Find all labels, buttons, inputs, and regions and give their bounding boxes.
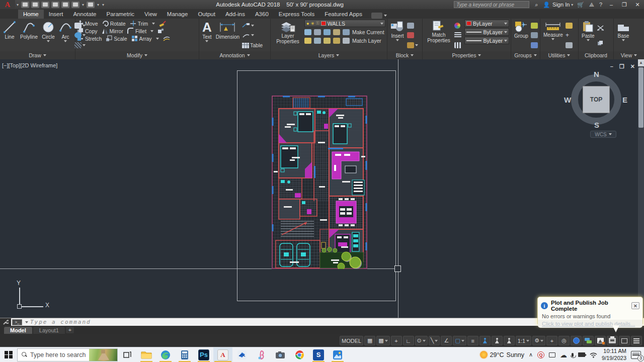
cut-scissors-icon[interactable] — [597, 25, 604, 31]
rectangle-icon[interactable] — [74, 23, 82, 29]
qat-customize-caret-icon[interactable]: ▾ — [102, 3, 104, 7]
lineweight-list-icon[interactable] — [454, 32, 461, 38]
annotation-scale-person[interactable] — [504, 336, 515, 345]
workspace-switching[interactable]: ⚙ — [532, 336, 545, 345]
group-edit-icon[interactable] — [531, 32, 538, 38]
taskbar-pink-app[interactable] — [252, 347, 271, 362]
create-block-icon[interactable] — [407, 23, 414, 29]
object-snap-tracking-toggle[interactable]: ∠ — [441, 336, 452, 345]
notification-details-link[interactable]: Click to view plot and publish details..… — [538, 320, 642, 328]
redo-icon[interactable] — [87, 2, 95, 8]
panel-label-groups[interactable]: Groups — [511, 51, 540, 59]
viewcube-south[interactable]: S — [594, 121, 599, 129]
fillet-caret-icon[interactable] — [150, 30, 153, 32]
panel-label-clipboard[interactable]: Clipboard — [579, 51, 613, 59]
layer-isolate-icon[interactable] — [314, 29, 321, 35]
autocad-logo-icon[interactable]: A — [0, 0, 15, 9]
window-maximize-button[interactable]: ❐ — [618, 1, 631, 9]
tab-annotate[interactable]: Annotate — [68, 10, 101, 19]
tray-q-icon[interactable]: Q — [537, 351, 544, 358]
tray-chevron-icon[interactable]: ∧ — [529, 351, 533, 358]
tab-manage[interactable]: Manage — [162, 10, 193, 19]
tray-display-icon[interactable] — [549, 352, 555, 357]
measure-caret-icon[interactable] — [551, 38, 554, 40]
drawing-canvas[interactable]: [−][Top][2D Wireframe] – ❐ ✕ — [0, 59, 644, 318]
viewcube[interactable]: N W E S TOP — [569, 72, 624, 127]
redo-caret-icon[interactable]: ▾ — [97, 3, 99, 7]
line-button[interactable]: Line — [2, 20, 18, 51]
panel-label-block[interactable]: Block — [387, 51, 422, 59]
group-button[interactable]: Group — [513, 20, 530, 51]
layer-properties-button[interactable]: Layer Properties — [272, 20, 303, 51]
multileader-caret-icon[interactable] — [251, 25, 254, 27]
annotation-visibility-toggle[interactable] — [479, 336, 491, 345]
tab-view[interactable]: View — [139, 10, 162, 19]
make-current-icon[interactable] — [343, 29, 350, 35]
new-file-icon[interactable] — [21, 2, 29, 8]
search-binoculars-icon[interactable]: ⌕ — [535, 2, 538, 8]
object-color-dropdown[interactable]: ByLayer — [464, 20, 509, 27]
match-layer-button[interactable]: Match Layer — [352, 38, 381, 44]
tray-wifi-icon[interactable] — [590, 352, 597, 358]
paste-caret-icon[interactable] — [587, 39, 590, 41]
search-highlight-image[interactable] — [89, 349, 117, 361]
window-close-button[interactable]: ✕ — [631, 1, 644, 9]
paste-button[interactable]: Paste — [580, 20, 596, 51]
window-minimize-button[interactable]: – — [605, 1, 618, 9]
drawing-minimize-button[interactable]: – — [610, 63, 613, 70]
mirror-button[interactable]: Mirror — [102, 28, 123, 34]
attribute-caret-icon[interactable] — [415, 44, 418, 46]
notification-close-button[interactable]: ✕ — [631, 302, 639, 309]
action-center-button[interactable]: 3 — [631, 351, 641, 359]
viewcube-top-face[interactable]: TOP — [583, 86, 610, 113]
autoscale-toggle[interactable] — [492, 336, 503, 345]
taskbar-photoshop[interactable]: Ps — [194, 347, 213, 362]
explode-icon[interactable] — [157, 28, 165, 34]
leader-caret-icon[interactable] — [251, 34, 254, 36]
panel-label-properties[interactable]: Properties — [423, 51, 511, 59]
rotate-button[interactable]: Rotate — [102, 20, 126, 27]
signin-caret-icon[interactable]: ▾ — [571, 3, 573, 7]
match-properties-button[interactable]: Match Properties — [424, 20, 453, 51]
circle-caret-icon[interactable] — [47, 40, 50, 42]
drawing-restore-button[interactable]: ❐ — [619, 63, 624, 70]
grid-toggle[interactable]: ▦ — [364, 336, 375, 345]
layer-unlock-icon[interactable] — [333, 38, 340, 44]
quick-calc-icon[interactable] — [566, 42, 573, 48]
scrollbar-thumb[interactable] — [638, 67, 643, 128]
tab-output[interactable]: Output — [193, 10, 220, 19]
text-button[interactable]: A Text — [201, 20, 213, 51]
panel-label-layers[interactable]: Layers — [271, 51, 387, 59]
panel-label-annotation[interactable]: Annotation — [199, 51, 270, 59]
leader-arc-icon[interactable] — [242, 33, 250, 38]
scale-button[interactable]: Scale — [106, 35, 127, 42]
tray-clock[interactable]: 10:11 AM 9/19/2023 — [602, 348, 626, 362]
layer-on-all-icon[interactable] — [304, 38, 311, 44]
tab-featured-apps[interactable]: Featured Apps — [319, 10, 367, 19]
isolate-objects-button[interactable] — [583, 336, 594, 345]
polyline-button[interactable]: Polyline — [19, 20, 39, 51]
tray-video-icon[interactable] — [578, 352, 585, 357]
arc-caret-icon[interactable] — [64, 40, 67, 42]
tray-microphone-icon[interactable] — [572, 353, 574, 357]
array-button[interactable]: Array — [131, 35, 152, 42]
edit-attribute-icon[interactable] — [407, 42, 414, 48]
layer-lock-icon[interactable]: ⚿ — [316, 21, 319, 26]
tab-insert[interactable]: Insert — [44, 10, 68, 19]
start-button[interactable] — [0, 347, 17, 362]
layer-unisolate-icon[interactable] — [314, 38, 321, 44]
tab-home[interactable]: Home — [18, 10, 44, 19]
tray-onedrive-cloud-icon[interactable]: ☁ — [560, 351, 567, 359]
circle-button[interactable]: Circle — [40, 20, 56, 51]
lineweight-dropdown[interactable]: ByLayer — [464, 28, 509, 36]
trim-caret-icon[interactable] — [152, 23, 155, 25]
viewcube-west[interactable]: W — [564, 96, 571, 104]
multileader-icon[interactable] — [242, 23, 250, 28]
undo-caret-icon[interactable]: ▾ — [82, 3, 84, 7]
plot-icon[interactable] — [61, 2, 69, 8]
taskbar-autocad[interactable]: A — [213, 347, 232, 362]
panel-label-modify[interactable]: Modify — [75, 51, 199, 59]
offset-icon[interactable] — [163, 36, 170, 42]
tab-layout1[interactable]: Layout1 — [33, 327, 65, 334]
base-caret-icon[interactable] — [622, 39, 625, 41]
